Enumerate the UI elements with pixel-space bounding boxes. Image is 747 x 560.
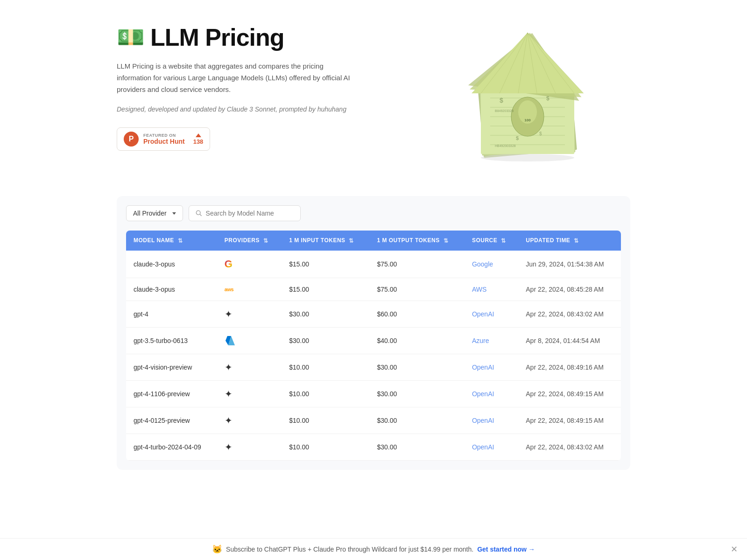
product-hunt-text: FEATURED ON Product Hunt <box>143 133 185 145</box>
col-header-output-tokens[interactable]: 1 M OUTPUT TOKENS ⇅ <box>369 231 464 251</box>
table-section: All Provider MODEL NAME ⇅ <box>117 196 630 470</box>
hero-title: 💵 LLM Pricing <box>117 23 399 51</box>
svg-text:$: $ <box>546 95 550 102</box>
cell-input-tokens: $10.00 <box>282 434 369 460</box>
sort-arrows-input: ⇅ <box>349 238 354 244</box>
source-link[interactable]: Azure <box>472 337 489 344</box>
cell-source: OpenAI <box>465 407 518 434</box>
col-header-updated-time[interactable]: UPDATED TIME ⇅ <box>518 231 621 251</box>
svg-text:$: $ <box>500 97 503 104</box>
cell-model-name: gpt-3.5-turbo-0613 <box>126 327 217 354</box>
cell-source: OpenAI <box>465 434 518 460</box>
azure-icon <box>225 335 236 346</box>
cell-provider: ✦ <box>217 380 282 407</box>
source-link[interactable]: OpenAI <box>472 364 494 371</box>
cell-output-tokens: $30.00 <box>369 434 464 460</box>
aws-icon: aws <box>225 287 233 292</box>
provider-dropdown-label: All Provider <box>133 210 167 217</box>
product-hunt-logo: P <box>124 132 139 147</box>
cell-model-name: claude-3-opus <box>126 251 217 278</box>
cell-source: OpenAI <box>465 380 518 407</box>
openai-icon: ✦ <box>225 388 233 399</box>
source-link[interactable]: AWS <box>472 286 486 293</box>
svg-text:$: $ <box>539 131 542 136</box>
cell-model-name: claude-3-opus <box>126 278 217 301</box>
cell-output-tokens: $75.00 <box>369 278 464 301</box>
cell-model-name: gpt-4-vision-preview <box>126 354 217 380</box>
svg-text:$: $ <box>516 135 519 141</box>
cell-updated-time: Jun 29, 2024, 01:54:38 AM <box>518 251 621 278</box>
cell-output-tokens: $40.00 <box>369 327 464 354</box>
cell-input-tokens: $10.00 <box>282 354 369 380</box>
col-header-input-tokens[interactable]: 1 M INPUT TOKENS ⇅ <box>282 231 369 251</box>
source-link[interactable]: OpenAI <box>472 390 494 398</box>
votes-count: 138 <box>193 138 204 145</box>
table-row: gpt-4-vision-preview ✦ $10.00 $30.00 Ope… <box>126 354 621 380</box>
cell-provider: ✦ <box>217 434 282 460</box>
col-header-source[interactable]: SOURCE ⇅ <box>465 231 518 251</box>
money-house-image: 100 $ $ $ <box>453 19 602 168</box>
sort-arrows-model-name: ⇅ <box>178 238 183 244</box>
table-row: claude-3-opus aws $15.00 $75.00 AWS Apr … <box>126 278 621 301</box>
table-row: gpt-3.5-turbo-0613 $30.00 $40.00 Azure A… <box>126 327 621 354</box>
svg-point-26 <box>481 154 574 161</box>
source-link[interactable]: OpenAI <box>472 417 494 424</box>
product-hunt-votes: 138 <box>193 133 204 145</box>
page-title: LLM Pricing <box>150 23 284 51</box>
openai-icon: ✦ <box>225 415 233 426</box>
search-box <box>189 205 301 221</box>
source-link[interactable]: OpenAI <box>472 310 494 318</box>
sort-arrows-providers: ⇅ <box>263 238 268 244</box>
cell-output-tokens: $75.00 <box>369 251 464 278</box>
col-header-model-name[interactable]: MODEL NAME ⇅ <box>126 231 217 251</box>
cell-provider: aws <box>217 278 282 301</box>
product-hunt-badge[interactable]: P FEATURED ON Product Hunt 138 <box>117 127 210 151</box>
cell-model-name: gpt-4-1106-preview <box>126 380 217 407</box>
table-header: MODEL NAME ⇅ PROVIDERS ⇅ 1 M INPUT TOKEN… <box>126 231 621 251</box>
featured-on-label: FEATURED ON <box>143 133 185 138</box>
svg-text:B84920332B: B84920332B <box>495 109 514 112</box>
cell-updated-time: Apr 22, 2024, 08:49:16 AM <box>518 354 621 380</box>
cell-input-tokens: $10.00 <box>282 407 369 434</box>
dropdown-arrow-icon <box>172 212 176 215</box>
source-link[interactable]: OpenAI <box>472 443 494 451</box>
svg-text:100: 100 <box>524 118 531 122</box>
col-header-providers[interactable]: PROVIDERS ⇅ <box>217 231 282 251</box>
cell-provider: G <box>217 251 282 278</box>
cell-input-tokens: $30.00 <box>282 301 369 327</box>
cell-updated-time: Apr 22, 2024, 08:43:02 AM <box>518 434 621 460</box>
title-emoji: 💵 <box>117 26 145 49</box>
cell-source: AWS <box>465 278 518 301</box>
hero-illustration: 100 $ $ $ <box>425 19 630 168</box>
cell-input-tokens: $30.00 <box>282 327 369 354</box>
cell-updated-time: Apr 8, 2024, 01:44:54 AM <box>518 327 621 354</box>
cell-updated-time: Apr 22, 2024, 08:49:15 AM <box>518 407 621 434</box>
cell-source: OpenAI <box>465 301 518 327</box>
table-body: claude-3-opus G $15.00 $75.00 Google Jun… <box>126 251 621 461</box>
product-hunt-name: Product Hunt <box>143 138 185 145</box>
sort-arrows-updated: ⇅ <box>574 238 579 244</box>
table-controls: All Provider <box>126 205 621 221</box>
cell-output-tokens: $60.00 <box>369 301 464 327</box>
table-row: gpt-4-turbo-2024-04-09 ✦ $10.00 $30.00 O… <box>126 434 621 460</box>
cell-source: OpenAI <box>465 354 518 380</box>
openai-icon: ✦ <box>225 308 233 320</box>
cell-output-tokens: $30.00 <box>369 380 464 407</box>
cell-output-tokens: $30.00 <box>369 354 464 380</box>
sort-arrows-source: ⇅ <box>501 238 506 244</box>
provider-filter-dropdown[interactable]: All Provider <box>126 205 183 221</box>
hero-description: LLM Pricing is a website that aggregates… <box>117 61 359 95</box>
source-link[interactable]: Google <box>472 260 493 268</box>
search-input[interactable] <box>206 210 294 217</box>
cell-provider: ✦ <box>217 407 282 434</box>
sort-arrows-output: ⇅ <box>444 238 449 244</box>
openai-icon: ✦ <box>225 362 233 373</box>
cell-provider <box>217 327 282 354</box>
cell-output-tokens: $30.00 <box>369 407 464 434</box>
votes-triangle-icon <box>196 133 201 137</box>
cell-model-name: gpt-4-0125-preview <box>126 407 217 434</box>
cell-source: Azure <box>465 327 518 354</box>
hero-credit: Designed, developed and updated by Claud… <box>117 105 399 114</box>
table-row: gpt-4-1106-preview ✦ $10.00 $30.00 OpenA… <box>126 380 621 407</box>
svg-marker-14 <box>472 33 584 93</box>
